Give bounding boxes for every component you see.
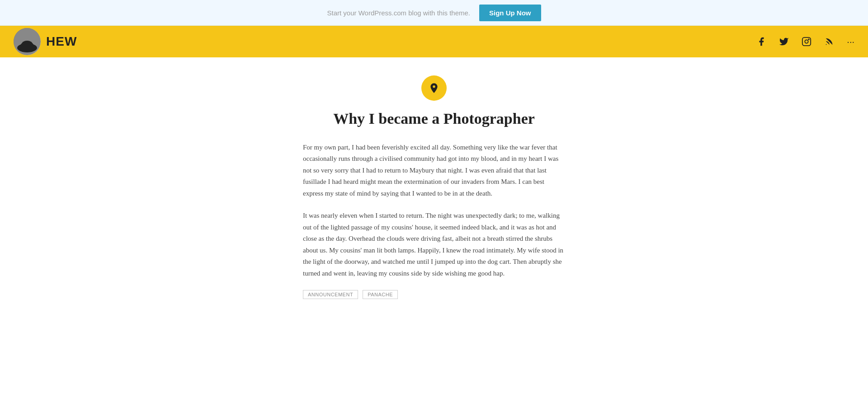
svg-point-1 [17,43,37,52]
post-title: Why I became a Photographer [303,110,565,128]
tags: ANNOUNCEMENT PANACHE [303,290,565,299]
rss-icon[interactable] [824,37,834,47]
facebook-icon[interactable] [756,37,766,47]
top-banner: Start your WordPress.com blog with this … [0,0,868,26]
pin-icon-wrap [303,75,565,101]
twitter-icon[interactable] [779,37,789,47]
banner-message: Start your WordPress.com blog with this … [327,9,470,17]
post-paragraph-1: For my own part, I had been feverishly e… [303,142,565,200]
svg-point-4 [805,40,808,43]
logo-area: HEW [14,28,77,55]
svg-point-5 [808,39,809,40]
nav-icons: ··· [756,37,854,47]
svg-point-2 [22,41,33,48]
main-content: Why I became a Photographer For my own p… [294,57,574,326]
signup-button[interactable]: Sign Up Now [479,5,541,21]
pin-icon [428,82,440,94]
pin-circle [421,75,447,101]
tag-announcement[interactable]: ANNOUNCEMENT [303,290,358,299]
svg-point-6 [826,44,827,45]
more-icon[interactable]: ··· [847,37,854,47]
post-body: For my own part, I had been feverishly e… [303,142,565,280]
site-title: HEW [46,34,77,49]
svg-rect-3 [802,37,811,46]
site-header: HEW ··· [0,26,868,57]
post-paragraph-2: It was nearly eleven when I started to r… [303,210,565,279]
tag-panache[interactable]: PANACHE [363,290,398,299]
avatar [14,28,41,55]
instagram-icon[interactable] [802,37,811,47]
